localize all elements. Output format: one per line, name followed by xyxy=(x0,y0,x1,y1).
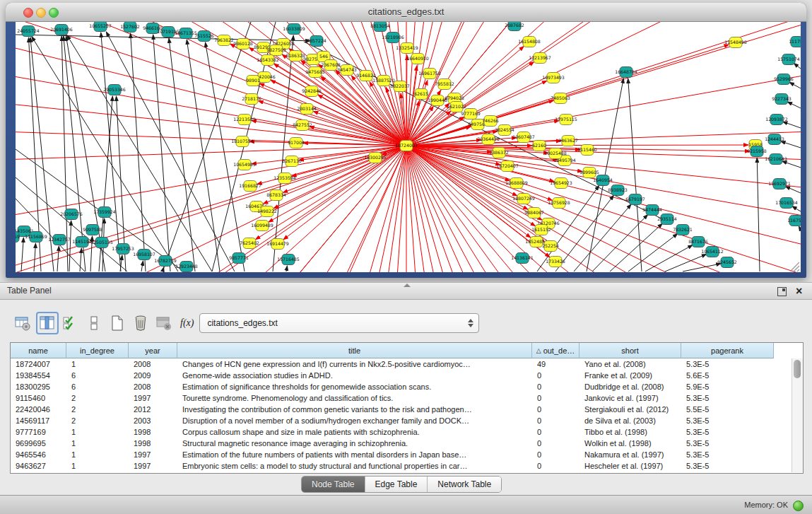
graph-node-yellow[interactable]: 9463627 xyxy=(558,136,578,146)
table-cell[interactable]: 0 xyxy=(532,460,579,472)
table-cell[interactable]: 1 xyxy=(66,358,129,370)
table-cell[interactable]: 9463627 xyxy=(11,460,66,472)
table-cell[interactable]: Stergiakouli et al. (2012) xyxy=(579,404,681,415)
table-cell[interactable]: 5.3E-5 xyxy=(681,358,774,370)
new-column-icon[interactable] xyxy=(107,313,127,333)
table-cell[interactable]: Corpus callosum shape and size in male p… xyxy=(177,426,532,438)
table-cell[interactable]: Investigating the contribution of common… xyxy=(177,404,532,415)
graph-node-teal[interactable]: 116753 xyxy=(787,216,801,226)
column-header-short[interactable]: short xyxy=(579,343,681,358)
column-header-title[interactable]: title xyxy=(177,343,532,358)
table-options-icon[interactable] xyxy=(13,313,33,333)
column-header-in_degree[interactable]: in_degree xyxy=(66,343,129,358)
graph-node-teal[interactable]: 15716485 xyxy=(277,255,300,265)
graph-node-teal[interactable]: 19218986 xyxy=(382,33,404,43)
table-cell[interactable]: 1 xyxy=(66,426,129,438)
table-cell[interactable]: 9777169 xyxy=(11,426,66,438)
table-cell[interactable]: Tourette syndrome. Phenomenology and cla… xyxy=(177,392,532,404)
table-cell[interactable]: 6 xyxy=(66,381,129,392)
table-cell[interactable]: 2003 xyxy=(129,415,177,426)
table-row[interactable]: 1872400712008Changes of HCN gene express… xyxy=(11,358,803,370)
table-cell[interactable]: 1997 xyxy=(129,392,177,404)
float-panel-icon[interactable] xyxy=(777,287,787,296)
graph-node-teal[interactable]: 9227343 xyxy=(772,94,792,105)
table-cell[interactable]: Jankovic et al. (1997) xyxy=(579,392,681,404)
tab-node-table[interactable]: Node Table xyxy=(302,477,365,492)
table-cell[interactable]: 2009 xyxy=(129,370,177,381)
graph-node-teal[interactable]: 16782759 xyxy=(154,256,177,267)
show-columns-icon[interactable] xyxy=(36,312,59,334)
table-cell[interactable]: 2 xyxy=(66,392,129,404)
table-row[interactable]: 911546021997Tourette syndrome. Phenomeno… xyxy=(11,392,803,404)
table-cell[interactable]: Yano et al. (2008) xyxy=(579,358,681,370)
table-cell[interactable]: 0 xyxy=(532,449,579,460)
graph-node-yellow[interactable]: 19166827 xyxy=(239,181,261,192)
table-cell[interactable]: 49 xyxy=(532,358,579,370)
graph-node-yellow[interactable]: 9899605 xyxy=(579,168,599,178)
table-cell[interactable]: 0 xyxy=(532,404,579,415)
table-cell[interactable]: Changes of HCN gene expression and I(f) … xyxy=(177,358,532,370)
graph-node-yellow[interactable]: 62615 xyxy=(414,89,428,100)
graph-node-teal[interactable]: 16033809 xyxy=(283,24,305,35)
table-cell[interactable]: 2 xyxy=(66,415,129,426)
table-cell[interactable]: 0 xyxy=(532,415,579,426)
table-cell[interactable]: Genome-wide association studies in ADHD. xyxy=(177,370,532,381)
table-cell[interactable]: 1997 xyxy=(129,449,177,460)
table-cell[interactable]: Franke et al. (2009) xyxy=(579,370,681,381)
table-selector-dropdown[interactable]: citations_edges.txt xyxy=(199,313,479,333)
table-row[interactable]: 1938455462009Genome-wide association stu… xyxy=(11,370,803,381)
network-graph[interactable]: 1872400724055724206914061065525715276029… xyxy=(16,22,801,272)
graph-node-yellow[interactable]: 3824554 xyxy=(495,125,514,136)
table-cell[interactable]: 5.6E-5 xyxy=(681,370,774,381)
table-cell[interactable]: 2012 xyxy=(129,404,177,415)
graph-node-yellow[interactable]: 7485063 xyxy=(551,93,570,104)
graph-node-yellow[interactable]: 12353594 xyxy=(273,173,296,184)
table-cell[interactable]: 9115460 xyxy=(11,392,66,404)
column-header-name[interactable]: name xyxy=(11,343,66,358)
table-cell[interactable]: Tibbo et al. (1998) xyxy=(579,426,681,438)
minimize-window-button[interactable] xyxy=(36,8,46,18)
graph-node-teal[interactable]: 17016534 xyxy=(775,198,798,209)
table-cell[interactable]: 22420046 xyxy=(11,404,66,415)
close-window-button[interactable] xyxy=(23,8,33,18)
graph-node-yellow[interactable]: 10756928 xyxy=(548,198,570,209)
table-cell[interactable]: Structural magnetic resonance image aver… xyxy=(177,438,532,449)
graph-node-teal[interactable]: 9245652 xyxy=(717,257,737,268)
graph-node-teal[interactable]: 1145194 xyxy=(72,237,92,247)
table-cell[interactable]: 5.3E-5 xyxy=(681,438,774,449)
graph-node-teal[interactable]: 9097588 xyxy=(83,225,102,235)
table-cell[interactable]: 1 xyxy=(66,460,129,472)
graph-node-yellow[interactable]: 98901 xyxy=(246,76,260,86)
close-panel-icon[interactable]: × xyxy=(796,284,802,299)
table-row[interactable]: 946362711997Embryonic stem cells: a mode… xyxy=(11,460,803,472)
table-cell[interactable]: 0 xyxy=(532,392,579,404)
graph-node-yellow[interactable]: 19654923 xyxy=(550,178,572,189)
graph-node-teal[interactable]: 29053346 xyxy=(103,85,126,95)
canvas-resize-grip[interactable] xyxy=(797,269,799,271)
graph-node-yellow[interactable]: 2803144 xyxy=(297,104,317,115)
table-cell[interactable]: 0 xyxy=(532,381,579,392)
window-titlebar[interactable]: citations_edges.txt xyxy=(6,3,806,22)
column-header-pagerank[interactable]: pagerank xyxy=(681,343,774,358)
graph-node-teal[interactable]: 14136141 xyxy=(511,253,534,264)
graph-node-teal[interactable]: 12505135 xyxy=(90,238,113,248)
table-cell[interactable]: 1998 xyxy=(129,438,177,449)
table-cell[interactable]: 1998 xyxy=(129,426,177,438)
graph-node-yellow[interactable]: 12213967 xyxy=(529,53,551,64)
graph-node-teal[interactable]: 16210643 xyxy=(765,154,787,165)
table-cell[interactable]: Nakamura et al. (1997) xyxy=(579,449,681,460)
table-cell[interactable]: 5.3E-5 xyxy=(681,415,774,426)
graph-node-yellow[interactable]: 62160 xyxy=(532,141,546,151)
table-cell[interactable]: 2008 xyxy=(129,381,177,392)
delete-column-icon[interactable] xyxy=(131,313,151,333)
graph-node-yellow[interactable]: 2718176 xyxy=(242,94,261,105)
table-cell[interactable]: Embryonic stem cells: a model to study s… xyxy=(177,460,532,472)
graph-node-teal[interactable]: 1527602 xyxy=(120,22,140,33)
table-cell[interactable]: 5.3E-5 xyxy=(681,426,774,438)
table-row[interactable]: 1456911722003Disruption of a novel membe… xyxy=(11,415,803,426)
graph-node-teal[interactable]: 7515526 xyxy=(194,31,214,42)
graph-node-teal[interactable]: 9474444 xyxy=(642,205,662,216)
graph-node-yellow[interactable]: 746266 xyxy=(482,116,499,127)
table-cell[interactable]: 0 xyxy=(532,370,579,381)
graph-node-teal[interactable]: 111753 xyxy=(789,37,801,47)
